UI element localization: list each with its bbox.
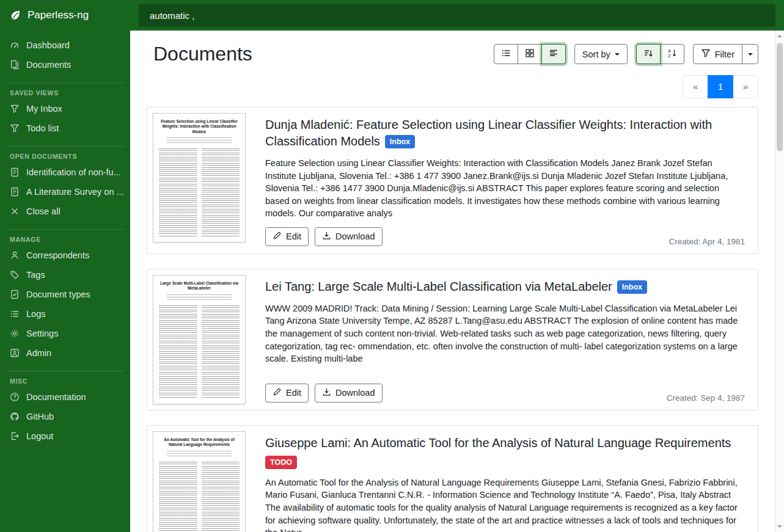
document-excerpt: Feature Selection using Linear Classifie… (265, 157, 745, 220)
sidebar-item-todo-list[interactable]: Todo list (0, 118, 130, 138)
sort-direction-group: AZ (636, 44, 684, 64)
sidebar-item-label: Settings (26, 329, 58, 338)
document-badge-row: TODO (265, 456, 745, 469)
document-card-footer: Edit Download Created: Apr 4, 1981 (265, 220, 745, 246)
sidebar-item-my-inbox[interactable]: My Inbox (0, 99, 130, 118)
document-actions: Edit Download (265, 227, 383, 246)
thumbnail-page: Large Scale Multi-Label Classification v… (153, 275, 246, 404)
sidebar-item-label: Documents (26, 60, 71, 70)
sidebar-section-misc: MISC (6, 371, 124, 387)
sidebar-item-label: Tags (26, 270, 45, 280)
sort-alpha-button[interactable]: AZ (660, 44, 684, 64)
document-title-link[interactable]: Giuseppe Lami: An Automatic Tool for the… (265, 436, 731, 450)
download-icon (322, 231, 331, 242)
dashboard-icon (10, 40, 20, 50)
sidebar-item-label: Logout (26, 431, 53, 441)
sidebar-item-logs[interactable]: Logs (0, 304, 130, 324)
sidebar-item-open-document-1[interactable]: Identification of non-fu... (0, 162, 130, 182)
document-card: Large Scale Multi-Label Classification v… (147, 269, 758, 410)
file-text-icon (10, 187, 20, 197)
document-card: Feature Selection using Linear Classifie… (147, 107, 758, 254)
sidebar-item-tags[interactable]: Tags (0, 265, 130, 285)
document-actions: Edit Download (265, 384, 383, 403)
sidebar-item-github[interactable]: GitHub (0, 407, 130, 426)
thumbnail-text-lines (159, 148, 240, 236)
page-header: Documents (130, 31, 775, 65)
brand[interactable]: Paperless-ng (0, 0, 130, 31)
github-icon (10, 412, 20, 421)
sidebar-item-label: Dashboard (26, 40, 70, 50)
sidebar-item-logout[interactable]: Logout (0, 426, 130, 446)
edit-button[interactable]: Edit (265, 227, 309, 246)
sidebar-item-label: Correspondents (26, 250, 89, 260)
sidebar-section-saved-views: SAVED VIEWS (6, 82, 124, 99)
search-input[interactable] (139, 4, 775, 27)
document-excerpt: An Automatic Tool for the Analysis of Na… (265, 476, 745, 532)
download-button[interactable]: Download (315, 384, 383, 403)
sidebar-item-correspondents[interactable]: Correspondents (0, 246, 130, 265)
sort-by-dropdown[interactable]: Sort by (574, 44, 628, 64)
scrollbar[interactable] (775, 31, 784, 532)
sidebar-item-settings[interactable]: Settings (0, 324, 130, 343)
sidebar-item-documents[interactable]: Documents (0, 55, 130, 75)
scrollbar-thumb[interactable] (777, 43, 783, 151)
document-card-body: Giuseppe Lami: An Automatic Tool for the… (251, 426, 758, 532)
sidebar-item-documentation[interactable]: Documentation (0, 387, 130, 407)
paperless-logo-icon (9, 9, 21, 21)
thumbnail-page: Feature Selection using Linear Classifie… (153, 113, 246, 242)
pagination-page-1[interactable]: 1 (708, 75, 733, 98)
document-title-row: Giuseppe Lami: An Automatic Tool for the… (265, 435, 745, 451)
document-thumbnail[interactable]: Feature Selection using Linear Classifie… (147, 107, 251, 253)
thumbnail-authors (167, 451, 232, 457)
person-icon (10, 250, 20, 260)
sidebar-section-manage: MANAGE (6, 229, 124, 246)
sidebar-item-admin[interactable]: Admin (0, 343, 130, 363)
filter-button[interactable]: Filter (693, 44, 742, 64)
document-title-row: Lei Tang: Large Scale Multi-Label Classi… (265, 279, 745, 295)
document-title-link[interactable]: Lei Tang: Large Scale Multi-Label Classi… (265, 280, 612, 293)
pencil-icon (273, 231, 282, 242)
sidebar-item-label: Todo list (26, 123, 59, 133)
sidebar-item-label: A Literature Survey on ... (26, 187, 124, 197)
pagination-previous[interactable]: « (683, 75, 708, 98)
pagination-next[interactable]: » (733, 75, 758, 98)
sidebar-item-label: Identification of non-fu... (26, 167, 121, 177)
sidebar: Paperless-ng Dashboard Documents SAVED V… (0, 0, 130, 532)
filter-dropdown-toggle[interactable] (742, 44, 758, 64)
sidebar-item-close-all[interactable]: Close all (0, 202, 130, 221)
sidebar-item-document-types[interactable]: Document types (0, 285, 130, 304)
document-card-body: Lei Tang: Large Scale Multi-Label Classi… (251, 269, 758, 410)
sidebar-item-open-document-2[interactable]: A Literature Survey on ... (0, 182, 130, 202)
scroll-up-arrow-icon[interactable] (775, 32, 784, 40)
tag-badge-inbox[interactable]: Inbox (385, 135, 415, 148)
view-details-button[interactable] (541, 44, 566, 64)
document-title-link[interactable]: Dunja Mladenić: Feature Selection using … (265, 118, 712, 148)
file-check-icon (10, 290, 20, 299)
edit-button[interactable]: Edit (265, 384, 309, 403)
svg-text:A: A (668, 49, 671, 53)
document-title-row: Dunja Mladenić: Feature Selection using … (265, 117, 745, 150)
scroll-down-arrow-icon[interactable] (775, 522, 784, 531)
sidebar-nav: Dashboard Documents SAVED VIEWS My Inbox (0, 31, 130, 446)
view-grid-button[interactable] (518, 44, 542, 64)
document-excerpt: WWW 2009 MADRID! Track: Data Mining / Se… (265, 302, 745, 365)
sidebar-item-label: Admin (26, 348, 51, 358)
document-thumbnail[interactable]: An Automatic Tool for the Analysis of Na… (147, 426, 251, 532)
sort-descending-button[interactable] (636, 44, 661, 64)
close-icon (10, 206, 20, 216)
person-square-icon (10, 348, 20, 358)
tag-badge-todo[interactable]: TODO (265, 456, 297, 469)
document-thumbnail[interactable]: Large Scale Multi-Label Classification v… (147, 269, 251, 410)
sidebar-item-label: Documentation (26, 392, 86, 402)
tag-badge-inbox[interactable]: Inbox (617, 280, 647, 294)
thumbnail-title: Feature Selection using Linear Classifie… (159, 119, 239, 134)
download-button[interactable]: Download (315, 227, 383, 246)
document-card-footer: Edit Download Created: Sep 4, 1987 (265, 376, 745, 403)
document-list: Feature Selection using Linear Classifie… (130, 98, 775, 532)
view-list-button[interactable] (494, 44, 518, 64)
sort-by-label: Sort by (582, 49, 610, 59)
gear-icon (10, 329, 20, 338)
sidebar-item-dashboard[interactable]: Dashboard (0, 35, 130, 55)
toolbar: Sort by AZ (494, 44, 758, 64)
sidebar-item-label: Close all (26, 206, 60, 216)
